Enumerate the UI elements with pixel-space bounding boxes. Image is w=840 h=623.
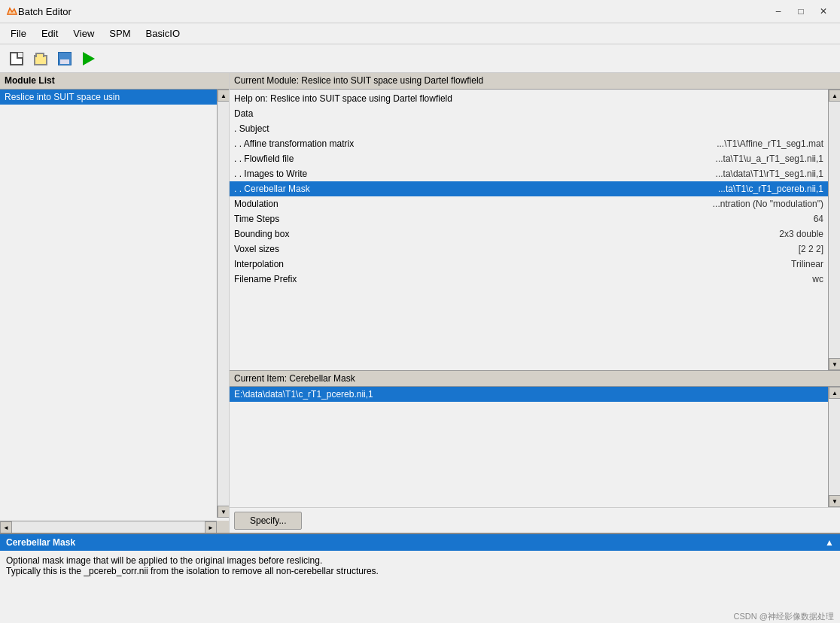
bottom-panel: Cerebellar Mask ▲ Optional mask image th… [0,533,840,623]
module-content: Help on: Reslice into SUIT space using D… [230,90,840,370]
bottom-panel-scroll-up[interactable]: ▲ [825,537,834,548]
module-list-container: Reslice into SUIT space usin ▲ ▼ ◄ ► [0,90,229,533]
main-content: Module List Reslice into SUIT space usin… [0,73,840,533]
open-icon [34,55,47,65]
current-item-header: Current Item: Cerebellar Mask [230,370,840,387]
scroll-left-button[interactable]: ◄ [0,521,12,533]
maximize-button[interactable]: □ [790,4,811,19]
window-title: Batch Editor [18,6,768,17]
specify-btn-area: Specify... [230,507,840,533]
current-item-scrollbar-v: ▲ ▼ [828,387,840,507]
right-panel: Current Module: Reslice into SUIT space … [230,73,840,533]
row-value: [2 2 2] [799,244,823,254]
row-label: . . Affine transformation matrix [234,138,717,149]
menu-spm[interactable]: SPM [102,26,138,41]
table-row[interactable]: . . Affine transformation matrix...\T1\A… [230,136,828,151]
table-row[interactable]: . . Cerebellar Mask...ta\T1\c_rT1_pcereb… [230,181,828,196]
module-list: Reslice into SUIT space usin [0,90,229,518]
table-row[interactable]: . . Flowfield file...ta\T1\u_a_rT1_seg1.… [230,151,828,166]
left-panel: Module List Reslice into SUIT space usin… [0,73,230,533]
table-row[interactable]: InterpolationTrilinear [230,257,828,272]
module-list-header: Module List [0,73,229,90]
toolbar [0,44,840,73]
row-value: 2x3 double [779,229,823,239]
table-row[interactable]: Data [230,106,828,121]
table-row[interactable]: Bounding box2x3 double [230,226,828,242]
row-label: . . Cerebellar Mask [234,184,718,194]
row-label: Bounding box [234,229,779,239]
current-item-inner: E:\data\data\T1\c_rT1_pcereb.nii,1 [230,387,828,492]
current-item-area: E:\data\data\T1\c_rT1_pcereb.nii,1 ▲ ▼ [230,387,840,507]
table-row[interactable]: Help on: Reslice into SUIT space using D… [230,91,828,106]
open-button[interactable] [30,48,51,69]
row-value: ...ta\data\T1\rT1_seg1.nii,1 [716,169,823,179]
new-icon [10,52,23,65]
scroll-h-track[interactable] [12,521,205,533]
current-item-value[interactable]: E:\data\data\T1\c_rT1_pcereb.nii,1 [230,387,828,402]
bottom-panel-title: Cerebellar Mask [6,537,75,548]
row-value: ...ta\T1\c_rT1_pcereb.nii,1 [718,184,823,194]
minimize-button[interactable]: – [768,4,789,19]
window-controls: – □ ✕ [768,4,834,19]
bottom-panel-header: Cerebellar Mask ▲ [0,534,840,551]
table-row[interactable]: . Subject [230,121,828,136]
app-icon [6,5,18,17]
current-scroll-down-button[interactable]: ▼ [829,495,840,507]
row-value: ...ta\T1\u_a_rT1_seg1.nii,1 [716,153,823,164]
menu-file[interactable]: File [3,26,34,41]
row-label: Time Steps [234,214,814,224]
row-value: wc [812,274,823,284]
specify-button[interactable]: Specify... [234,512,302,530]
run-button[interactable] [78,48,99,69]
run-icon [83,52,95,65]
row-label: . . Flowfield file [234,153,716,164]
row-value: 64 [814,214,823,224]
table-row[interactable]: Filename Prefixwc [230,272,828,287]
list-item[interactable]: Reslice into SUIT space usin [0,90,229,105]
current-scroll-up-button[interactable]: ▲ [829,387,840,399]
table-row[interactable]: . . Images to Write...ta\data\T1\rT1_seg… [230,166,828,181]
bottom-line-2: Typically this is the _pcereb_corr.nii f… [6,566,834,576]
watermark: CSDN @神经影像数据处理 [734,611,834,622]
title-bar: Batch Editor – □ ✕ [0,0,840,23]
row-label: Voxel sizes [234,244,799,254]
right-scroll-track[interactable] [829,102,840,358]
left-scrollbar-v: ▲ ▼ [217,90,229,518]
save-icon [58,52,72,65]
row-label: Modulation [234,199,713,209]
scroll-up-button[interactable]: ▲ [218,90,229,102]
row-label: . . Images to Write [234,169,716,179]
menu-basicio[interactable]: BasicIO [138,26,187,41]
close-button[interactable]: ✕ [813,4,834,19]
current-scroll-track[interactable] [829,399,840,495]
menu-edit[interactable]: Edit [34,26,65,41]
right-scrollbar-v: ▲ ▼ [828,90,840,370]
row-label: Filename Prefix [234,274,812,284]
table-row[interactable]: Voxel sizes[2 2 2] [230,242,828,257]
table-row[interactable]: Modulation...ntration (No "modulation") [230,196,828,211]
row-value: ...\T1\Affine_rT1_seg1.mat [717,138,823,149]
scroll-track[interactable] [218,102,229,506]
bottom-line-1: Optional mask image that will be applied… [6,555,834,566]
module-rows: Help on: Reslice into SUIT space using D… [230,90,828,370]
bottom-panel-content: Optional mask image that will be applied… [0,551,840,609]
row-label: Help on: Reslice into SUIT space using D… [234,93,823,104]
table-row[interactable]: Time Steps64 [230,211,828,226]
row-label: . Subject [234,123,823,134]
menu-bar: File Edit View SPM BasicIO [0,23,840,44]
bottom-footer: CSDN @神经影像数据处理 [0,609,840,623]
right-scroll-down-button[interactable]: ▼ [829,358,840,370]
row-value: Trilinear [791,259,823,269]
scroll-down-button[interactable]: ▼ [218,506,229,518]
scroll-right-button[interactable]: ► [205,521,217,533]
new-button[interactable] [6,48,27,69]
row-value: ...ntration (No "modulation") [713,199,823,209]
row-label: Data [234,108,823,119]
scrollbar-corner [217,521,229,533]
row-label: Interpolation [234,259,791,269]
current-module-header: Current Module: Reslice into SUIT space … [230,73,840,90]
right-scroll-up-button[interactable]: ▲ [829,90,840,102]
left-scrollbar-h: ◄ ► [0,521,217,533]
menu-view[interactable]: View [65,26,102,41]
save-button[interactable] [54,48,75,69]
